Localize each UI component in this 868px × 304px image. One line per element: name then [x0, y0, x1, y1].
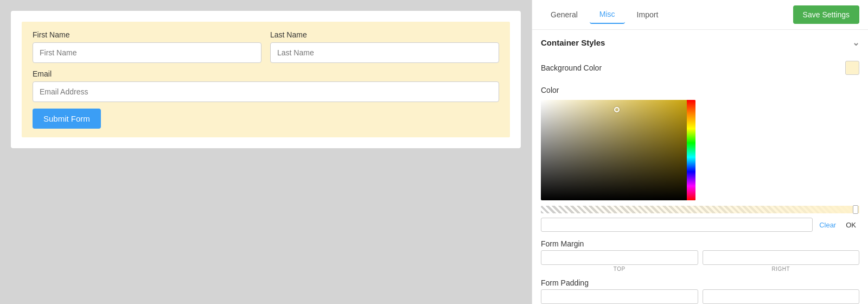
color-value-input[interactable]: rgba(255, 242, 203, 1) [541, 218, 813, 232]
margin-right-group: RIGHT [703, 250, 860, 272]
name-row: First Name Last Name [33, 30, 499, 69]
margin-top-label: TOP [541, 266, 698, 272]
last-name-label: Last Name [270, 30, 499, 39]
ok-button[interactable]: OK [843, 219, 859, 231]
email-group: Email [33, 69, 499, 102]
form-padding-row: Form Padding TOP RIGHT [532, 275, 868, 304]
margin-top-group: TOP [541, 250, 698, 272]
margin-right-label: RIGHT [703, 266, 860, 272]
chevron-down-icon: ⌄ [852, 37, 859, 48]
clear-button[interactable]: Clear [816, 219, 839, 231]
container-styles-section: Container Styles ⌄ Background Color Colo… [532, 30, 868, 304]
form-margin-row: Form Margin TOP RIGHT [532, 236, 868, 275]
form-margin-label: Form Margin [541, 239, 859, 248]
transparency-overlay [541, 206, 859, 213]
left-panel: First Name Last Name Email Submit Form [0, 0, 532, 304]
form-margin-inputs: TOP RIGHT [541, 250, 859, 272]
color-value-row: rgba(255, 242, 203, 1) Clear OK [532, 216, 868, 236]
margin-right-input[interactable] [703, 250, 860, 265]
tab-import[interactable]: Import [627, 6, 668, 23]
padding-top-input[interactable] [541, 289, 698, 304]
margin-top-input[interactable] [541, 250, 698, 265]
padding-right-group: RIGHT [703, 289, 860, 304]
tab-misc[interactable]: Misc [590, 5, 625, 24]
tab-general[interactable]: General [541, 6, 588, 23]
background-color-label: Background Color [541, 64, 602, 72]
color-label: Color [541, 86, 559, 94]
gradient-bg [541, 100, 695, 200]
transparency-bar[interactable] [541, 206, 859, 213]
color-picker-gradient[interactable] [541, 100, 695, 200]
padding-top-group: TOP [541, 289, 698, 304]
background-color-row: Background Color [532, 55, 868, 80]
background-color-swatch[interactable] [845, 61, 859, 75]
container-styles-header[interactable]: Container Styles ⌄ [532, 30, 868, 55]
tabs-bar: General Misc Import Save Settings [532, 0, 868, 30]
container-styles-label: Container Styles [541, 38, 605, 47]
transparency-slider-row [541, 206, 859, 213]
email-input[interactable] [33, 81, 499, 102]
first-name-input[interactable] [33, 42, 261, 63]
submit-group: Submit Form [33, 109, 499, 129]
color-picker-area [532, 100, 868, 202]
form-padding-label: Form Padding [541, 278, 859, 287]
picker-dot [614, 107, 620, 112]
last-name-group: Last Name [270, 30, 499, 63]
hue-spectrum-bar[interactable] [687, 100, 695, 200]
transparency-thumb [853, 205, 858, 214]
email-label: Email [33, 69, 499, 78]
color-row: Color [532, 80, 868, 100]
last-name-input[interactable] [270, 42, 499, 63]
form-background: First Name Last Name Email Submit Form [22, 22, 510, 137]
save-settings-button[interactable]: Save Settings [793, 5, 859, 24]
first-name-label: First Name [33, 30, 261, 39]
right-panel: General Misc Import Save Settings Contai… [532, 0, 868, 304]
form-container: First Name Last Name Email Submit Form [11, 11, 521, 148]
first-name-group: First Name [33, 30, 261, 63]
form-padding-inputs: TOP RIGHT [541, 289, 859, 304]
submit-button[interactable]: Submit Form [33, 109, 101, 129]
padding-right-input[interactable] [703, 289, 860, 304]
settings-content: Container Styles ⌄ Background Color Colo… [532, 30, 868, 304]
